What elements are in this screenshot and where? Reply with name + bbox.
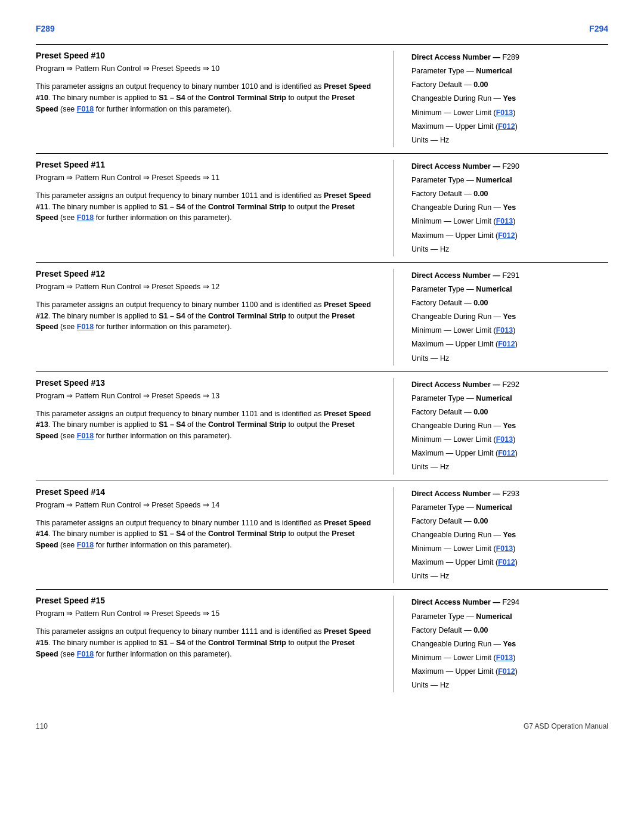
param-right-p10: Direct Access Number — F289Parameter Typ… [394, 51, 608, 147]
changeable-p11: Changeable During Run — Yes [411, 201, 608, 215]
units-p11: Units — Hz [411, 243, 608, 256]
factory-default-p12: Factory Default — 0.00 [411, 296, 608, 310]
param-right-p13: Direct Access Number — F292Parameter Typ… [394, 378, 608, 475]
page: F289 F294 Preset Speed #10Program ⇒ Patt… [0, 0, 644, 833]
param-path-p11: Program ⇒ Pattern Run Control ⇒ Preset S… [36, 173, 375, 182]
minimum-p12: Minimum — Lower Limit (F013) [411, 324, 608, 337]
changeable-p13: Changeable During Run — Yes [411, 419, 608, 433]
param-section-p12: Preset Speed #12Program ⇒ Pattern Run Co… [36, 262, 608, 371]
param-path-p12: Program ⇒ Pattern Run Control ⇒ Preset S… [36, 282, 375, 291]
param-right-p14: Direct Access Number — F293Parameter Typ… [394, 487, 608, 584]
param-type-p11: Parameter Type — Numerical [411, 174, 608, 187]
param-type-p12: Parameter Type — Numerical [411, 283, 608, 296]
param-title-p15: Preset Speed #15 [36, 596, 375, 605]
param-path-p10: Program ⇒ Pattern Run Control ⇒ Preset S… [36, 64, 375, 73]
factory-default-p15: Factory Default — 0.00 [411, 624, 608, 637]
maximum-p10: Maximum — Upper Limit (F012) [411, 120, 608, 134]
param-left-p13: Preset Speed #13Program ⇒ Pattern Run Co… [36, 378, 394, 475]
param-type-p13: Parameter Type — Numerical [411, 392, 608, 405]
changeable-p12: Changeable During Run — Yes [411, 310, 608, 324]
minimum-p11: Minimum — Lower Limit (F013) [411, 215, 608, 228]
content-area: Preset Speed #10Program ⇒ Pattern Run Co… [36, 44, 608, 698]
param-title-p14: Preset Speed #14 [36, 487, 375, 497]
param-title-p11: Preset Speed #11 [36, 160, 375, 169]
minimum-p15: Minimum — Lower Limit (F013) [411, 651, 608, 665]
param-desc-p12: This parameter assigns an output frequen… [36, 299, 375, 333]
units-p14: Units — Hz [411, 569, 608, 583]
header-link-left[interactable]: F289 [36, 24, 55, 33]
factory-default-p11: Factory Default — 0.00 [411, 187, 608, 201]
changeable-p14: Changeable During Run — Yes [411, 528, 608, 542]
maximum-p11: Maximum — Upper Limit (F012) [411, 229, 608, 243]
minimum-p13: Minimum — Lower Limit (F013) [411, 433, 608, 447]
units-p15: Units — Hz [411, 679, 608, 692]
minimum-p10: Minimum — Lower Limit (F013) [411, 106, 608, 120]
manual-title: G7 ASD Operation Manual [524, 722, 608, 730]
param-desc-p14: This parameter assigns an output frequen… [36, 518, 375, 551]
direct-access-p14: Direct Access Number — F293 [411, 487, 608, 501]
param-path-p15: Program ⇒ Pattern Run Control ⇒ Preset S… [36, 609, 375, 618]
maximum-p14: Maximum — Upper Limit (F012) [411, 556, 608, 569]
param-path-p14: Program ⇒ Pattern Run Control ⇒ Preset S… [36, 500, 375, 509]
param-left-p14: Preset Speed #14Program ⇒ Pattern Run Co… [36, 487, 394, 584]
maximum-p13: Maximum — Upper Limit (F012) [411, 447, 608, 460]
page-footer: 110 G7 ASD Operation Manual [36, 722, 608, 730]
param-desc-p15: This parameter assigns an output frequen… [36, 626, 375, 659]
factory-default-p13: Factory Default — 0.00 [411, 405, 608, 419]
page-number: 110 [36, 722, 48, 730]
direct-access-p10: Direct Access Number — F289 [411, 51, 608, 64]
param-section-p14: Preset Speed #14Program ⇒ Pattern Run Co… [36, 481, 608, 590]
changeable-p10: Changeable During Run — Yes [411, 92, 608, 106]
direct-access-p15: Direct Access Number — F294 [411, 596, 608, 609]
param-type-p14: Parameter Type — Numerical [411, 501, 608, 515]
param-section-p11: Preset Speed #11Program ⇒ Pattern Run Co… [36, 153, 608, 262]
units-p12: Units — Hz [411, 352, 608, 366]
param-title-p10: Preset Speed #10 [36, 51, 375, 60]
factory-default-p14: Factory Default — 0.00 [411, 515, 608, 528]
changeable-p15: Changeable During Run — Yes [411, 637, 608, 651]
param-type-p10: Parameter Type — Numerical [411, 64, 608, 78]
param-section-p15: Preset Speed #15Program ⇒ Pattern Run Co… [36, 589, 608, 698]
param-left-p10: Preset Speed #10Program ⇒ Pattern Run Co… [36, 51, 394, 147]
maximum-p15: Maximum — Upper Limit (F012) [411, 665, 608, 679]
param-left-p12: Preset Speed #12Program ⇒ Pattern Run Co… [36, 269, 394, 366]
units-p13: Units — Hz [411, 460, 608, 474]
page-header: F289 F294 [36, 24, 608, 33]
param-desc-p11: This parameter assigns an output frequen… [36, 190, 375, 224]
param-desc-p10: This parameter assigns an output frequen… [36, 81, 375, 114]
param-type-p15: Parameter Type — Numerical [411, 610, 608, 624]
param-right-p15: Direct Access Number — F294Parameter Typ… [394, 596, 608, 692]
direct-access-p11: Direct Access Number — F290 [411, 160, 608, 174]
param-path-p13: Program ⇒ Pattern Run Control ⇒ Preset S… [36, 391, 375, 400]
factory-default-p10: Factory Default — 0.00 [411, 78, 608, 92]
param-desc-p13: This parameter assigns an output frequen… [36, 408, 375, 442]
direct-access-p12: Direct Access Number — F291 [411, 269, 608, 283]
param-left-p15: Preset Speed #15Program ⇒ Pattern Run Co… [36, 596, 394, 692]
param-section-p13: Preset Speed #13Program ⇒ Pattern Run Co… [36, 371, 608, 481]
param-right-p12: Direct Access Number — F291Parameter Typ… [394, 269, 608, 366]
minimum-p14: Minimum — Lower Limit (F013) [411, 542, 608, 556]
param-left-p11: Preset Speed #11Program ⇒ Pattern Run Co… [36, 160, 394, 256]
param-section-p10: Preset Speed #10Program ⇒ Pattern Run Co… [36, 44, 608, 153]
header-link-right[interactable]: F294 [589, 24, 608, 33]
param-title-p12: Preset Speed #12 [36, 269, 375, 278]
param-title-p13: Preset Speed #13 [36, 378, 375, 388]
maximum-p12: Maximum — Upper Limit (F012) [411, 337, 608, 351]
units-p10: Units — Hz [411, 134, 608, 147]
param-right-p11: Direct Access Number — F290Parameter Typ… [394, 160, 608, 256]
direct-access-p13: Direct Access Number — F292 [411, 378, 608, 392]
